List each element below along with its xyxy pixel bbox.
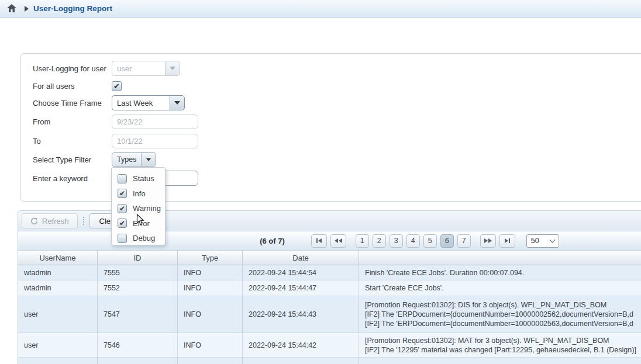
header-id[interactable]: ID <box>98 251 178 265</box>
table-row[interactable]: user 7546 INFO 2022-09-24 15:44:42 [Prom… <box>18 333 641 358</box>
first-page-icon <box>316 238 318 243</box>
header-type[interactable]: Type <box>178 251 243 265</box>
menu-item-status[interactable]: Status <box>112 171 165 186</box>
page-size-select[interactable]: 50 <box>526 234 559 248</box>
table-header-row: UserName ID Type Date <box>18 251 641 265</box>
last-page-button[interactable] <box>499 234 515 248</box>
page-button-5[interactable]: 5 <box>423 234 437 248</box>
time-frame-select[interactable]: Last Week <box>112 95 185 110</box>
prev-page-button[interactable] <box>330 234 346 248</box>
left-triangle-icon <box>339 238 342 243</box>
cell-username: wtadmin <box>18 280 98 296</box>
next-page-button[interactable] <box>480 234 496 248</box>
table-row[interactable]: user 7545 INFO 2022-09-24 15:44:36 REVIS… <box>18 358 641 364</box>
status-checkbox[interactable] <box>118 174 127 183</box>
header-message[interactable] <box>359 251 641 265</box>
first-page-button[interactable] <box>311 234 327 248</box>
warning-checkbox[interactable]: ✔ <box>118 204 127 213</box>
type-filter-label: Select Type Filter <box>33 155 112 164</box>
page-button-4[interactable]: 4 <box>406 234 420 248</box>
user-combobox-value: user <box>112 61 165 76</box>
cell-date: 2022-09-24 15:44:42 <box>243 333 359 358</box>
from-label: From <box>33 117 112 126</box>
page-number-buttons: 1 2 3 4 5 6 7 <box>354 234 473 248</box>
chevron-down-icon <box>146 158 151 161</box>
type-filter-menu: Status ✔ Info ✔ Warning ✔ Error Debug <box>111 167 166 245</box>
user-label: User-Logging for user <box>33 64 112 73</box>
log-table: UserName ID Type Date wtadmin 7555 INFO … <box>18 250 641 364</box>
info-checkbox[interactable]: ✔ <box>118 189 127 198</box>
all-users-checkbox[interactable]: ✔ <box>112 81 122 91</box>
page-button-1[interactable]: 1 <box>356 234 369 248</box>
page-button-6-active[interactable]: 6 <box>440 234 454 248</box>
page-button-3[interactable]: 3 <box>390 234 403 248</box>
cell-id: 7555 <box>98 265 178 280</box>
form-row-to: To <box>33 134 198 148</box>
menu-item-label: Warning <box>133 204 161 213</box>
chevron-down-icon <box>549 237 555 242</box>
refresh-icon <box>30 217 38 225</box>
time-frame-label: Choose Time Frame <box>33 99 112 108</box>
cell-type: INFO <box>178 358 243 364</box>
menu-item-info[interactable]: ✔ Info <box>112 186 165 202</box>
error-checkbox[interactable]: ✔ <box>118 219 127 228</box>
cell-date: 2022-09-24 15:44:36 <box>243 358 359 364</box>
cell-date: 2022-09-24 15:44:54 <box>243 265 359 280</box>
page-size-value: 50 <box>531 237 539 245</box>
all-users-label: For all users <box>33 82 112 91</box>
form-row-from: From <box>33 115 198 129</box>
types-menu-button[interactable]: Types <box>112 152 156 167</box>
right-triangle-icon <box>505 238 508 243</box>
cell-username: user <box>18 358 98 364</box>
cell-id: 7546 <box>98 333 178 358</box>
cell-username: user <box>18 296 98 333</box>
debug-checkbox[interactable] <box>118 234 127 243</box>
time-frame-value: Last Week <box>112 95 170 110</box>
mouse-cursor-icon <box>136 214 145 228</box>
cell-type: INFO <box>178 296 243 333</box>
left-triangle-icon <box>335 238 338 243</box>
table-row[interactable]: wtadmin 7555 INFO 2022-09-24 15:44:54 Fi… <box>18 265 641 280</box>
page-count-text: (6 of 7) <box>260 237 285 245</box>
page-title: User-Logging Report <box>33 4 112 13</box>
cell-message: REVISE: 3 objects will be processed <box>359 358 641 364</box>
refresh-button-label: Refresh <box>42 217 69 226</box>
time-frame-dropdown-button[interactable] <box>170 95 185 110</box>
from-date-input[interactable] <box>112 115 198 129</box>
cell-date: 2022-09-24 15:44:47 <box>243 280 359 296</box>
user-combobox: user <box>112 61 180 76</box>
cell-type: INFO <box>178 280 243 296</box>
menu-item-label: Info <box>133 189 146 198</box>
home-icon[interactable] <box>7 4 16 13</box>
table-row[interactable]: wtadmin 7552 INFO 2022-09-24 15:44:47 St… <box>18 280 641 296</box>
types-menu-dropdown-button[interactable] <box>142 153 156 166</box>
header-username[interactable]: UserName <box>18 251 98 265</box>
cell-message: [Promotion Request:01302]: MAT for 3 obj… <box>359 333 641 358</box>
cell-id: 7545 <box>98 358 178 364</box>
header-date[interactable]: Date <box>243 251 359 265</box>
toolbar-separator <box>83 217 84 225</box>
user-combobox-dropdown-button <box>165 61 180 76</box>
to-date-input[interactable] <box>112 134 198 148</box>
form-row-time-frame: Choose Time Frame Last Week <box>33 95 185 110</box>
cell-message: Finish 'Create ECE Jobs'. Duration 00:00… <box>359 265 641 280</box>
breadcrumb: User-Logging Report <box>0 0 641 18</box>
page-button-7[interactable]: 7 <box>457 234 471 248</box>
cell-type: INFO <box>178 333 243 358</box>
table-row[interactable]: user 7547 INFO 2022-09-24 15:44:43 [Prom… <box>18 296 641 333</box>
cell-date: 2022-09-24 15:44:43 <box>243 296 359 333</box>
cell-message: [Promotion Request:01302]: DIS for 3 obj… <box>359 296 641 333</box>
form-row-user: User-Logging for user user <box>33 61 180 76</box>
right-triangle-icon <box>488 238 492 243</box>
menu-item-label: Status <box>133 174 154 183</box>
form-row-type-filter: Select Type Filter Types <box>33 152 156 167</box>
to-label: To <box>33 137 112 145</box>
chevron-down-icon <box>174 101 180 105</box>
right-triangle-icon <box>484 238 488 243</box>
keyword-label: Enter a keyword <box>33 174 112 183</box>
types-menu-button-label: Types <box>112 153 142 166</box>
form-row-all-users: For all users ✔ <box>33 81 122 91</box>
menu-item-debug[interactable]: Debug <box>112 231 165 246</box>
refresh-button[interactable]: Refresh <box>22 213 78 228</box>
page-button-2[interactable]: 2 <box>373 234 386 248</box>
